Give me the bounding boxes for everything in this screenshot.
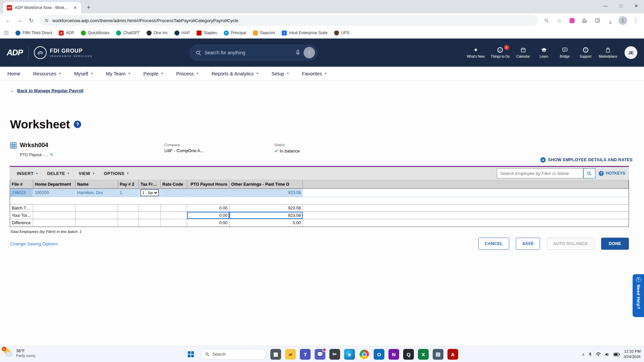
cell-other-earnings[interactable]: 923.08 (229, 189, 303, 197)
hotkeys-button[interactable]: ? HOTKEYS (599, 171, 625, 176)
your-totals-other-earnings[interactable]: 923.08 (229, 212, 303, 219)
outlook-icon[interactable]: O (374, 349, 384, 360)
view-menu[interactable]: VIEW▼ (75, 167, 98, 180)
forward-icon[interactable]: → (14, 15, 25, 26)
taskbar-search[interactable] (201, 349, 266, 360)
quickbooks-desktop-icon[interactable]: Q (403, 349, 414, 360)
side-panel-icon[interactable] (592, 15, 603, 26)
teams-icon[interactable]: T (300, 349, 311, 360)
hidden-icons-chevron[interactable]: ∧ (582, 352, 585, 357)
search-submit-icon[interactable]: ↑ (304, 47, 315, 58)
bookmark-saasant[interactable]: SaasAnt (253, 31, 275, 36)
global-search[interactable]: ↑ (190, 45, 317, 60)
volume-icon[interactable] (605, 352, 610, 357)
pinned-extension-icon[interactable] (566, 15, 578, 26)
taskbar-search-input[interactable] (212, 352, 256, 357)
task-view-icon[interactable]: ▦ (270, 349, 281, 360)
cell-pto-payout-hours[interactable] (187, 189, 229, 197)
extensions-puzzle-icon[interactable] (579, 15, 590, 26)
cancel-button[interactable]: CANCEL (478, 238, 509, 250)
excel-icon[interactable]: X (418, 349, 429, 360)
downloads-icon[interactable]: ↓ (604, 15, 616, 26)
show-employee-details-link[interactable]: + SHOW EMPLOYEE DETAILS AND RATES (540, 157, 633, 163)
profile-avatar-icon[interactable] (617, 15, 629, 26)
cell-rate-code[interactable] (161, 189, 187, 197)
bookmark-quickbooks[interactable]: QuickBooks (81, 31, 109, 36)
apps-grid-icon[interactable] (4, 31, 9, 35)
browser-tab[interactable]: ADP ADP Workforce Now - Workshe... ✕ (3, 2, 81, 13)
employee-search-button[interactable] (583, 168, 595, 178)
bookmark-one-inc[interactable]: One Inc (147, 31, 168, 36)
site-settings-icon[interactable] (44, 18, 49, 23)
nav-favorites[interactable]: Favorites▼ (302, 71, 327, 76)
bridge-button[interactable]: B Bridge (557, 47, 572, 58)
taskbar-clock[interactable]: 12:32 PM 3/24/2026 (624, 349, 641, 359)
omnibox[interactable]: workforcenow.adp.com/theme/admin.html#/P… (40, 15, 538, 26)
delete-menu[interactable]: DELETE▼ (44, 167, 73, 180)
bookmark-fifth-third[interactable]: Fifth Third Direct (15, 31, 52, 36)
weather-widget[interactable]: 1 36°F Partly sunny (3, 348, 36, 358)
wifi-icon[interactable] (596, 352, 601, 357)
teams-chat-icon[interactable]: 💬 (315, 349, 325, 360)
bookmark-ups[interactable]: UPS (334, 31, 350, 36)
nav-people[interactable]: People▼ (143, 71, 163, 76)
edit-pencil-icon[interactable]: ✎ (50, 152, 53, 157)
cell-file-number[interactable]: 236023 (10, 189, 33, 197)
find-icon[interactable] (541, 15, 552, 26)
bookmark-chatgpt[interactable]: ChatGPT (116, 31, 140, 36)
things-to-do-button[interactable]: 8 ✓ Things to Do (491, 47, 510, 58)
learn-button[interactable]: Learn (537, 47, 551, 58)
start-button[interactable] (185, 349, 197, 360)
bookmark-hap[interactable]: HAP (174, 31, 190, 36)
employee-search-input[interactable] (497, 168, 583, 178)
global-search-input[interactable] (205, 50, 292, 55)
calendar-button[interactable]: Calendar (516, 47, 531, 58)
nav-resources[interactable]: Resources▼ (33, 71, 61, 76)
chrome-icon[interactable] (359, 349, 370, 360)
tax-frequency-select[interactable]: 1 - Spr (141, 189, 159, 196)
cell-name[interactable]: Hamilton, Dru (75, 189, 118, 197)
options-menu[interactable]: OPTIONS▼ (101, 167, 133, 180)
back-to-payroll-link[interactable]: ← Back to Manage Regular Payroll (10, 88, 84, 93)
bookmark-principal[interactable]: PPrincipal (224, 31, 246, 36)
close-icon[interactable]: ✕ (629, 0, 644, 11)
cell-pay-2[interactable]: 1 (118, 189, 139, 197)
user-avatar[interactable]: JE (625, 46, 637, 59)
bookmark-staples[interactable]: Staples (197, 31, 217, 36)
nav-setup[interactable]: Setup▼ (271, 71, 289, 76)
refresh-icon[interactable]: ↻ (25, 15, 37, 26)
calculator-icon[interactable]: ▤ (433, 349, 443, 360)
minimize-icon[interactable]: — (598, 0, 613, 11)
nav-reports-analytics[interactable]: Reports & Analytics▼ (212, 71, 259, 76)
edge-icon[interactable]: e (344, 349, 355, 360)
bookmark-intuit[interactable]: IIntuit Enterprise Suite (282, 31, 327, 36)
need-help-tab[interactable]: ? Need Help? (633, 274, 644, 317)
worksheet-help-icon[interactable]: ? (74, 121, 81, 128)
save-button[interactable]: SAVE (516, 238, 540, 250)
insert-menu[interactable]: INSERT▼ (13, 167, 42, 180)
acrobat-icon[interactable]: A (447, 349, 458, 360)
nav-myself[interactable]: Myself▼ (74, 71, 93, 76)
cell-home-department[interactable]: 100200 (33, 189, 75, 197)
whats-new-button[interactable]: ✦ What's New (467, 47, 485, 58)
browser-menu-icon[interactable]: ⋮ (630, 15, 641, 26)
microphone-tray-icon[interactable] (588, 352, 592, 357)
file-explorer-icon[interactable]: ▰ (285, 349, 296, 360)
nav-my-team[interactable]: My Team▼ (106, 71, 130, 76)
battery-icon[interactable] (613, 353, 620, 356)
snipping-tool-icon[interactable]: ✂ (329, 349, 340, 360)
your-totals-pto-hours[interactable]: 0.00 (187, 212, 229, 219)
bookmark-adp[interactable]: AADP (59, 31, 74, 36)
back-icon[interactable]: ← (3, 15, 14, 26)
bookmark-star-icon[interactable]: ☆ (553, 15, 565, 26)
microphone-icon[interactable] (296, 50, 300, 56)
new-tab-button[interactable]: + (84, 3, 93, 12)
nav-home[interactable]: Home (7, 71, 20, 76)
marketplace-button[interactable]: Marketplace (599, 47, 617, 58)
maximize-icon[interactable]: □ (613, 0, 629, 11)
change-saving-options-link[interactable]: Change Saving Options (10, 241, 58, 246)
support-button[interactable]: ? Support (578, 47, 593, 58)
tab-close-icon[interactable]: ✕ (72, 5, 78, 11)
onenote-icon[interactable]: N (388, 349, 399, 360)
done-button[interactable]: DONE (601, 238, 629, 250)
